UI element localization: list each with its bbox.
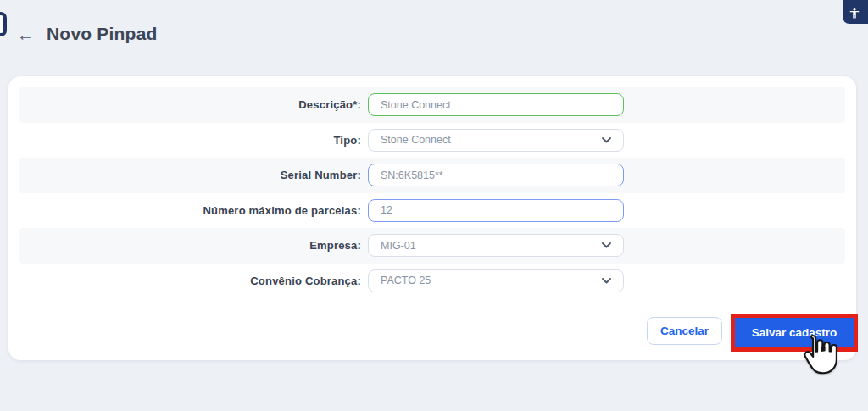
- form-actions: Cancelar Salvar cadastro: [8, 317, 856, 356]
- form-card: Descrição*: Tipo: Stone Connect Serial N…: [8, 76, 856, 360]
- numero-maximo-parcelas-label: Número máximo de parcelas:: [19, 204, 368, 217]
- descricao-label: Descrição*:: [19, 98, 368, 111]
- serial-number-label: Serial Number:: [19, 169, 368, 181]
- serial-number-input[interactable]: [368, 164, 624, 186]
- chevron-down-icon: [602, 278, 611, 284]
- descricao-input[interactable]: [368, 93, 624, 116]
- convenio-cobranca-selected-value: PACTO 25: [381, 275, 431, 286]
- accessibility-button[interactable]: [843, 0, 868, 24]
- save-button[interactable]: Salvar cadastro: [735, 318, 854, 347]
- form-row-descricao: Descrição*:: [19, 87, 845, 123]
- form-row-convenio-cobranca: Convênio Cobrança: PACTO 25: [19, 264, 845, 299]
- form-row-tipo: Tipo: Stone Connect: [19, 123, 845, 158]
- convenio-cobranca-label: Convênio Cobrança:: [19, 275, 368, 287]
- edge-cutoff-button[interactable]: [0, 12, 7, 36]
- page: ← Novo Pinpad Descrição*: Tipo: Stone Co…: [0, 0, 868, 411]
- form-row-serial-number: Serial Number:: [19, 158, 845, 193]
- accessibility-person-icon: [849, 8, 860, 19]
- numero-maximo-parcelas-input[interactable]: [368, 199, 624, 222]
- tipo-select[interactable]: Stone Connect: [368, 129, 624, 152]
- cancel-button[interactable]: Cancelar: [647, 317, 722, 345]
- chevron-down-icon: [602, 137, 611, 143]
- chevron-down-icon: [602, 242, 611, 248]
- empresa-select[interactable]: MIG-01: [368, 234, 624, 257]
- tipo-selected-value: Stone Connect: [381, 134, 451, 146]
- form-row-empresa: Empresa: MIG-01: [19, 228, 845, 264]
- convenio-cobranca-select[interactable]: PACTO 25: [368, 269, 624, 292]
- empresa-label: Empresa:: [19, 239, 368, 252]
- back-arrow-icon[interactable]: ←: [17, 26, 34, 43]
- tipo-label: Tipo:: [19, 134, 368, 147]
- annotation-red-box: Salvar cadastro: [731, 314, 858, 352]
- form-row-numero-maximo-parcelas: Número máximo de parcelas:: [19, 193, 845, 229]
- page-title: Novo Pinpad: [47, 24, 158, 44]
- empresa-selected-value: MIG-01: [381, 240, 416, 252]
